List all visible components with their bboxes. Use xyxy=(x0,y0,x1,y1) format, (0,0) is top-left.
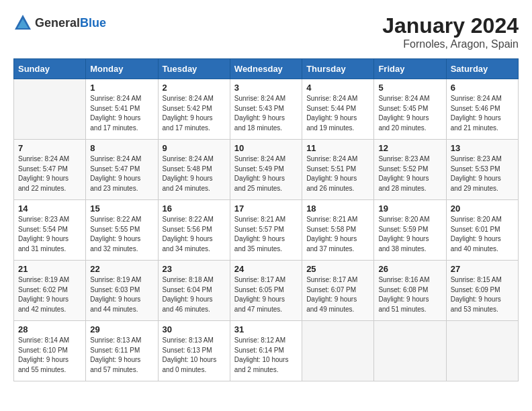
calendar-cell: 7Sunrise: 8:24 AMSunset: 5:47 PMDaylight… xyxy=(14,140,86,200)
logo-general: General xyxy=(35,16,80,30)
header-day-friday: Friday xyxy=(374,59,446,79)
day-info: Sunrise: 8:17 AMSunset: 6:05 PMDaylight:… xyxy=(234,275,298,314)
day-info: Sunrise: 8:24 AMSunset: 5:47 PMDaylight:… xyxy=(90,154,153,193)
location-title: Fornoles, Aragon, Spain xyxy=(382,38,519,50)
title-area: January 2024 Fornoles, Aragon, Spain xyxy=(382,13,519,50)
calendar-cell: 29Sunrise: 8:13 AMSunset: 6:11 PMDayligh… xyxy=(86,321,158,381)
week-row-5: 28Sunrise: 8:14 AMSunset: 6:10 PMDayligh… xyxy=(14,321,519,381)
header-day-sunday: Sunday xyxy=(14,59,86,79)
week-row-4: 21Sunrise: 8:19 AMSunset: 6:02 PMDayligh… xyxy=(14,261,519,321)
day-info: Sunrise: 8:19 AMSunset: 6:03 PMDaylight:… xyxy=(90,275,153,314)
day-info: Sunrise: 8:24 AMSunset: 5:42 PMDaylight:… xyxy=(163,94,226,133)
calendar-cell: 4Sunrise: 8:24 AMSunset: 5:44 PMDaylight… xyxy=(302,79,374,140)
day-info: Sunrise: 8:24 AMSunset: 5:46 PMDaylight:… xyxy=(451,94,514,133)
day-number: 1 xyxy=(90,83,153,93)
calendar-cell: 6Sunrise: 8:24 AMSunset: 5:46 PMDaylight… xyxy=(446,79,518,140)
calendar-cell: 19Sunrise: 8:20 AMSunset: 5:59 PMDayligh… xyxy=(374,200,446,261)
calendar-cell: 22Sunrise: 8:19 AMSunset: 6:03 PMDayligh… xyxy=(86,261,158,321)
day-number: 27 xyxy=(451,264,514,274)
day-info: Sunrise: 8:18 AMSunset: 6:04 PMDaylight:… xyxy=(163,275,226,314)
day-number: 18 xyxy=(306,203,369,214)
day-number: 6 xyxy=(451,83,514,93)
calendar-cell: 24Sunrise: 8:17 AMSunset: 6:05 PMDayligh… xyxy=(230,261,302,321)
logo-text: GeneralBlue xyxy=(35,16,106,30)
day-info: Sunrise: 8:24 AMSunset: 5:49 PMDaylight:… xyxy=(234,154,298,193)
day-info: Sunrise: 8:19 AMSunset: 6:02 PMDaylight:… xyxy=(18,275,81,314)
day-info: Sunrise: 8:20 AMSunset: 5:59 PMDaylight:… xyxy=(378,215,441,254)
calendar-cell: 5Sunrise: 8:24 AMSunset: 5:45 PMDaylight… xyxy=(374,79,446,140)
day-number: 29 xyxy=(90,324,153,334)
header-row: SundayMondayTuesdayWednesdayThursdayFrid… xyxy=(14,59,519,79)
header-day-tuesday: Tuesday xyxy=(158,59,230,79)
day-number: 11 xyxy=(306,143,369,153)
day-number: 10 xyxy=(234,143,298,153)
calendar-cell: 2Sunrise: 8:24 AMSunset: 5:42 PMDaylight… xyxy=(158,79,230,140)
calendar-cell: 31Sunrise: 8:12 AMSunset: 6:14 PMDayligh… xyxy=(230,321,302,381)
day-number: 19 xyxy=(378,203,441,214)
logo: GeneralBlue xyxy=(13,13,106,32)
day-info: Sunrise: 8:24 AMSunset: 5:51 PMDaylight:… xyxy=(306,154,369,193)
day-number: 8 xyxy=(90,143,153,153)
calendar-cell: 25Sunrise: 8:17 AMSunset: 6:07 PMDayligh… xyxy=(302,261,374,321)
page-header: GeneralBlue January 2024 Fornoles, Arago… xyxy=(13,13,519,50)
calendar-cell: 9Sunrise: 8:24 AMSunset: 5:48 PMDaylight… xyxy=(158,140,230,200)
calendar-cell: 28Sunrise: 8:14 AMSunset: 6:10 PMDayligh… xyxy=(14,321,86,381)
calendar-body: 1Sunrise: 8:24 AMSunset: 5:41 PMDaylight… xyxy=(14,79,519,381)
day-number: 30 xyxy=(163,324,226,334)
week-row-2: 7Sunrise: 8:24 AMSunset: 5:47 PMDaylight… xyxy=(14,140,519,200)
day-info: Sunrise: 8:24 AMSunset: 5:44 PMDaylight:… xyxy=(306,94,369,133)
calendar-cell: 20Sunrise: 8:20 AMSunset: 6:01 PMDayligh… xyxy=(446,200,518,261)
day-info: Sunrise: 8:24 AMSunset: 5:48 PMDaylight:… xyxy=(163,154,226,193)
day-number: 13 xyxy=(451,143,514,153)
day-info: Sunrise: 8:24 AMSunset: 5:45 PMDaylight:… xyxy=(378,94,441,133)
day-number: 9 xyxy=(163,143,226,153)
day-number: 17 xyxy=(234,203,298,214)
day-info: Sunrise: 8:20 AMSunset: 6:01 PMDaylight:… xyxy=(451,215,514,254)
calendar-cell xyxy=(446,321,518,381)
day-info: Sunrise: 8:13 AMSunset: 6:11 PMDaylight:… xyxy=(90,336,153,375)
day-number: 26 xyxy=(378,264,441,274)
day-info: Sunrise: 8:22 AMSunset: 5:55 PMDaylight:… xyxy=(90,215,153,254)
day-number: 25 xyxy=(306,264,369,274)
day-info: Sunrise: 8:16 AMSunset: 6:08 PMDaylight:… xyxy=(378,275,441,314)
month-title: January 2024 xyxy=(382,13,519,38)
calendar-cell: 21Sunrise: 8:19 AMSunset: 6:02 PMDayligh… xyxy=(14,261,86,321)
header-day-monday: Monday xyxy=(86,59,158,79)
day-number: 3 xyxy=(234,83,298,93)
logo-blue: Blue xyxy=(80,16,106,30)
day-info: Sunrise: 8:17 AMSunset: 6:07 PMDaylight:… xyxy=(306,275,369,314)
calendar-cell: 13Sunrise: 8:23 AMSunset: 5:53 PMDayligh… xyxy=(446,140,518,200)
calendar-cell: 8Sunrise: 8:24 AMSunset: 5:47 PMDaylight… xyxy=(86,140,158,200)
day-number: 14 xyxy=(18,203,81,214)
day-info: Sunrise: 8:24 AMSunset: 5:43 PMDaylight:… xyxy=(234,94,298,133)
day-number: 12 xyxy=(378,143,441,153)
day-number: 31 xyxy=(234,324,298,334)
calendar-cell xyxy=(14,79,86,140)
day-number: 24 xyxy=(234,264,298,274)
day-info: Sunrise: 8:23 AMSunset: 5:53 PMDaylight:… xyxy=(451,154,514,193)
calendar-header: SundayMondayTuesdayWednesdayThursdayFrid… xyxy=(14,59,519,79)
day-info: Sunrise: 8:23 AMSunset: 5:54 PMDaylight:… xyxy=(18,215,81,254)
calendar-cell: 18Sunrise: 8:21 AMSunset: 5:58 PMDayligh… xyxy=(302,200,374,261)
calendar-cell: 11Sunrise: 8:24 AMSunset: 5:51 PMDayligh… xyxy=(302,140,374,200)
day-number: 28 xyxy=(18,324,81,334)
day-info: Sunrise: 8:21 AMSunset: 5:58 PMDaylight:… xyxy=(306,215,369,254)
day-info: Sunrise: 8:14 AMSunset: 6:10 PMDaylight:… xyxy=(18,336,81,375)
calendar-cell: 17Sunrise: 8:21 AMSunset: 5:57 PMDayligh… xyxy=(230,200,302,261)
calendar-cell: 30Sunrise: 8:13 AMSunset: 6:13 PMDayligh… xyxy=(158,321,230,381)
calendar-cell: 15Sunrise: 8:22 AMSunset: 5:55 PMDayligh… xyxy=(86,200,158,261)
day-number: 20 xyxy=(451,203,514,214)
calendar-cell: 12Sunrise: 8:23 AMSunset: 5:52 PMDayligh… xyxy=(374,140,446,200)
day-number: 21 xyxy=(18,264,81,274)
calendar-cell: 27Sunrise: 8:15 AMSunset: 6:09 PMDayligh… xyxy=(446,261,518,321)
calendar-cell: 3Sunrise: 8:24 AMSunset: 5:43 PMDaylight… xyxy=(230,79,302,140)
calendar-table: SundayMondayTuesdayWednesdayThursdayFrid… xyxy=(13,58,519,381)
header-day-wednesday: Wednesday xyxy=(230,59,302,79)
calendar-cell xyxy=(302,321,374,381)
day-info: Sunrise: 8:12 AMSunset: 6:14 PMDaylight:… xyxy=(234,336,298,375)
day-info: Sunrise: 8:24 AMSunset: 5:41 PMDaylight:… xyxy=(90,94,153,133)
day-info: Sunrise: 8:22 AMSunset: 5:56 PMDaylight:… xyxy=(163,215,226,254)
day-number: 15 xyxy=(90,203,153,214)
day-info: Sunrise: 8:15 AMSunset: 6:09 PMDaylight:… xyxy=(451,275,514,314)
week-row-3: 14Sunrise: 8:23 AMSunset: 5:54 PMDayligh… xyxy=(14,200,519,261)
